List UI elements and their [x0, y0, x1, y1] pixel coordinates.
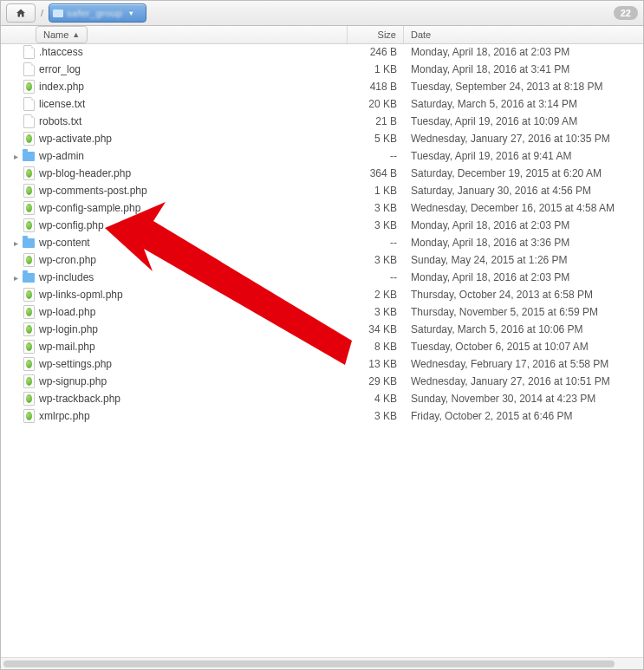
php-file-icon: [22, 288, 36, 302]
file-size: 3 KB: [348, 254, 404, 266]
file-size: --: [348, 237, 404, 249]
file-date: Sunday, May 24, 2015 at 1:26 PM: [404, 254, 643, 266]
disclosure-triangle[interactable]: ▸: [10, 273, 22, 283]
file-name: wp-cron.php: [39, 254, 96, 266]
breadcrumb-folder-label: safer_group: [67, 8, 122, 18]
file-row[interactable]: wp-settings.php13 KBWednesday, February …: [1, 355, 643, 373]
file-date: Thursday, October 24, 2013 at 6:58 PM: [404, 289, 643, 301]
file-name: robots.txt: [39, 115, 81, 127]
file-date: Saturday, January 30, 2016 at 4:56 PM: [404, 185, 643, 197]
file-row[interactable]: ▸wp-includes--Monday, April 18, 2016 at …: [1, 269, 643, 286]
file-date: Wednesday, December 16, 2015 at 4:58 AM: [404, 202, 643, 214]
file-date: Saturday, December 19, 2015 at 6:20 AM: [404, 167, 643, 179]
file-date: Monday, April 18, 2016 at 2:03 PM: [404, 219, 643, 231]
file-size: 246 B: [348, 46, 404, 58]
file-row[interactable]: wp-cron.php3 KBSunday, May 24, 2015 at 1…: [1, 251, 643, 269]
breadcrumb-folder[interactable]: safer_group ▾: [49, 3, 146, 23]
file-row[interactable]: wp-login.php34 KBSaturday, March 5, 2016…: [1, 321, 643, 338]
file-size: 364 B: [348, 167, 404, 179]
file-row[interactable]: wp-mail.php8 KBTuesday, October 6, 2015 …: [1, 338, 643, 355]
file-row[interactable]: error_log1 KBMonday, April 18, 2016 at 3…: [1, 61, 643, 78]
file-name: index.php: [39, 81, 84, 93]
file-name: wp-config-sample.php: [39, 202, 140, 214]
file-size: 5 KB: [348, 133, 404, 145]
php-file-icon: [22, 201, 36, 215]
file-date: Monday, April 18, 2016 at 3:41 PM: [404, 63, 643, 75]
file-row[interactable]: wp-comments-post.php1 KBSaturday, Januar…: [1, 182, 643, 199]
disclosure-triangle[interactable]: ▸: [10, 152, 22, 161]
file-date: Tuesday, April 19, 2016 at 9:41 AM: [404, 150, 643, 162]
column-header-size-label: Size: [378, 29, 396, 40]
file-row[interactable]: wp-links-opml.php2 KBThursday, October 2…: [1, 286, 643, 303]
column-header-size[interactable]: Size: [348, 26, 404, 43]
file-row[interactable]: wp-blog-header.php364 BSaturday, Decembe…: [1, 165, 643, 182]
file-size: 1 KB: [348, 185, 404, 197]
php-file-icon: [22, 132, 36, 146]
file-size: 3 KB: [348, 202, 404, 214]
file-icon: [22, 114, 36, 128]
breadcrumb: / safer_group ▾: [6, 3, 146, 23]
file-row[interactable]: wp-load.php3 KBThursday, November 5, 201…: [1, 303, 643, 321]
file-row[interactable]: wp-signup.php29 KBWednesday, January 27,…: [1, 373, 643, 390]
column-header-date[interactable]: Date: [404, 26, 643, 43]
file-name: xmlrpc.php: [39, 410, 90, 422]
file-date: Monday, April 18, 2016 at 2:03 PM: [404, 46, 643, 58]
horizontal-scrollbar[interactable]: [1, 657, 643, 669]
file-icon: [22, 62, 36, 76]
file-size: 29 KB: [348, 375, 404, 387]
file-date: Saturday, March 5, 2016 at 3:14 PM: [404, 98, 643, 110]
file-size: 1 KB: [348, 63, 404, 75]
php-file-icon: [22, 322, 36, 336]
file-row[interactable]: robots.txt21 BTuesday, April 19, 2016 at…: [1, 113, 643, 130]
file-date: Wednesday, January 27, 2016 at 10:35 PM: [404, 133, 643, 145]
file-icon: [22, 97, 36, 111]
file-name: wp-blog-header.php: [39, 167, 131, 179]
file-row[interactable]: index.php418 BTuesday, September 24, 201…: [1, 78, 643, 95]
file-name: .htaccess: [39, 46, 83, 58]
folder-icon: [22, 149, 36, 163]
file-name: wp-login.php: [39, 323, 98, 335]
php-file-icon: [22, 218, 36, 232]
file-size: 418 B: [348, 81, 404, 93]
file-name: wp-activate.php: [39, 133, 112, 145]
file-date: Tuesday, September 24, 2013 at 8:18 PM: [404, 81, 643, 93]
php-file-icon: [22, 409, 36, 423]
file-date: Wednesday, January 27, 2016 at 10:51 PM: [404, 375, 643, 387]
file-date: Monday, April 18, 2016 at 2:03 PM: [404, 271, 643, 283]
file-date: Monday, April 18, 2016 at 3:36 PM: [404, 237, 643, 249]
file-row[interactable]: ▸wp-admin--Tuesday, April 19, 2016 at 9:…: [1, 147, 643, 165]
home-button[interactable]: [6, 3, 36, 23]
file-row[interactable]: wp-trackback.php4 KBSunday, November 30,…: [1, 390, 643, 407]
file-size: 21 B: [348, 115, 404, 127]
file-browser-window: / safer_group ▾ 22 Name ▲ Size Date .hta…: [0, 0, 644, 670]
file-row[interactable]: ▸wp-content--Monday, April 18, 2016 at 3…: [1, 234, 643, 251]
file-name: wp-settings.php: [39, 358, 112, 370]
file-row[interactable]: wp-config.php3 KBMonday, April 18, 2016 …: [1, 217, 643, 234]
file-row[interactable]: wp-config-sample.php3 KBWednesday, Decem…: [1, 199, 643, 217]
file-name: wp-includes: [39, 271, 94, 283]
folder-icon: [22, 270, 36, 284]
item-count-badge: 22: [614, 6, 638, 20]
file-date: Wednesday, February 17, 2016 at 5:58 PM: [404, 358, 643, 370]
file-date: Saturday, March 5, 2016 at 10:06 PM: [404, 323, 643, 335]
file-row[interactable]: .htaccess246 BMonday, April 18, 2016 at …: [1, 43, 643, 61]
file-name: wp-admin: [39, 150, 84, 162]
file-name: wp-signup.php: [39, 375, 107, 387]
php-file-icon: [22, 374, 36, 388]
file-row[interactable]: wp-activate.php5 KBWednesday, January 27…: [1, 130, 643, 147]
file-date: Friday, October 2, 2015 at 6:46 PM: [404, 410, 643, 422]
disclosure-triangle[interactable]: ▸: [10, 238, 22, 248]
folder-icon: [22, 236, 36, 250]
file-date: Tuesday, April 19, 2016 at 10:09 AM: [404, 115, 643, 127]
column-header-name[interactable]: Name ▲: [1, 26, 348, 43]
php-file-icon: [22, 184, 36, 198]
file-row[interactable]: license.txt20 KBSaturday, March 5, 2016 …: [1, 95, 643, 113]
scrollbar-thumb[interactable]: [3, 660, 615, 667]
file-name: wp-mail.php: [39, 341, 95, 353]
file-size: 13 KB: [348, 358, 404, 370]
file-name: wp-links-opml.php: [39, 289, 123, 301]
file-name: wp-load.php: [39, 306, 95, 318]
file-size: 3 KB: [348, 219, 404, 231]
file-row[interactable]: xmlrpc.php3 KBFriday, October 2, 2015 at…: [1, 407, 643, 425]
file-name: wp-trackback.php: [39, 393, 120, 405]
